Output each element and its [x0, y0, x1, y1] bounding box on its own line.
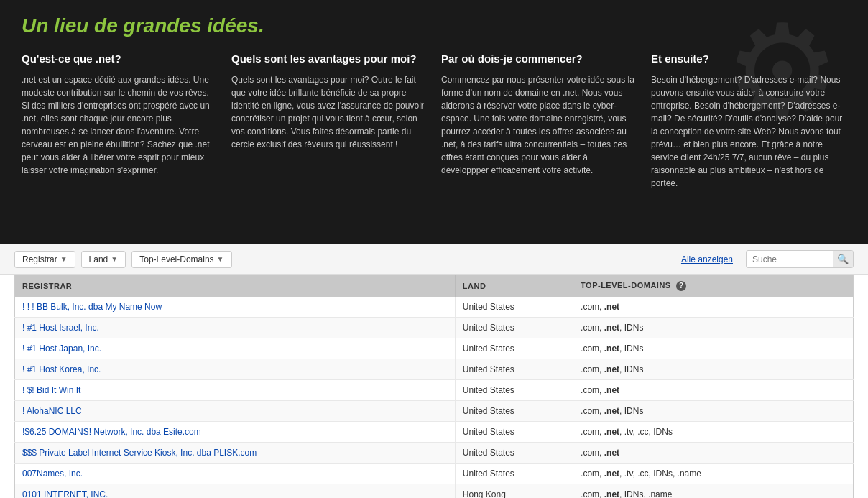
- cell-land: United States: [455, 338, 573, 359]
- cell-land: United States: [455, 464, 573, 484]
- hero-section: ⚙ Un lieu de grandes idées. Qu'est-ce qu…: [0, 0, 868, 244]
- search-input[interactable]: [747, 252, 833, 267]
- hero-col-2-text: Quels sont les avantages pour moi? Outre…: [231, 73, 427, 151]
- hero-col-4: Et ensuite? Besoin d'hébergement? D'adre…: [651, 52, 846, 190]
- registrar-link[interactable]: 007Names, Inc.: [22, 469, 83, 479]
- cell-registrar: !$6.25 DOMAINS! Network, Inc. dba Esite.…: [15, 422, 456, 443]
- table-row: ! #1 Host Israel, Inc.United States.com,…: [15, 318, 854, 338]
- registrar-link[interactable]: ! AlohaNIC LLC: [22, 406, 82, 416]
- tld-filter-button[interactable]: Top-Level-Domains ▼: [131, 251, 231, 268]
- hero-col-4-text: Besoin d'hébergement? D'adresses e-mail?…: [651, 73, 846, 190]
- hero-col-1-text: .net est un espace dédié aux grandes idé…: [22, 73, 217, 177]
- cell-tld: .com, .net: [573, 380, 854, 401]
- cell-tld: .com, .net, IDNs: [573, 359, 854, 380]
- registrar-link[interactable]: ! $! Bid It Win It: [22, 385, 80, 395]
- cell-land: United States: [455, 359, 573, 380]
- hero-col-2: Quels sont les avantages pour moi? Quels…: [231, 52, 427, 190]
- tld-filter-label: Top-Level-Domains: [139, 254, 213, 264]
- land-filter-label: Land: [89, 254, 108, 264]
- cell-registrar: ! #1 Host Korea, Inc.: [15, 359, 456, 380]
- cell-tld: .com, .net, IDNs: [573, 401, 854, 422]
- search-button[interactable]: 🔍: [833, 251, 853, 267]
- cell-tld: .com, .net: [573, 443, 854, 464]
- cell-land: United States: [455, 422, 573, 443]
- registrar-link[interactable]: !$6.25 DOMAINS! Network, Inc. dba Esite.…: [22, 427, 201, 437]
- cell-registrar: 007Names, Inc.: [15, 464, 456, 484]
- alle-anzeigen-link[interactable]: Alle anzeigen: [681, 254, 733, 264]
- cell-land: United States: [455, 401, 573, 422]
- cell-tld: .com, .net, .tv, .cc, IDNs: [573, 422, 854, 443]
- cell-tld: .com, .net: [573, 297, 854, 318]
- table-row: 0101 INTERNET, INC.Hong Kong.com, .net, …: [15, 484, 854, 498]
- filter-bar: Registrar ▼ Land ▼ Top-Level-Domains ▼ A…: [0, 244, 868, 275]
- cell-land: Hong Kong: [455, 484, 573, 498]
- registrar-link[interactable]: ! #1 Host Israel, Inc.: [22, 323, 99, 333]
- col-header-registrar: REGISTRAR: [15, 275, 456, 298]
- hero-col-2-heading: Quels sont les avantages pour moi?: [231, 52, 427, 66]
- hero-col-3-heading: Par où dois-je commencer?: [441, 52, 637, 66]
- search-box: 🔍: [746, 250, 854, 268]
- table-row: ! ! ! BB Bulk, Inc. dba My Name NowUnite…: [15, 297, 854, 318]
- col-header-land: LAND: [455, 275, 573, 298]
- hero-title: Un lieu de grandes idées.: [22, 14, 846, 37]
- table-row: 007Names, Inc.United States.com, .net, .…: [15, 464, 854, 484]
- cell-land: United States: [455, 443, 573, 464]
- cell-tld: .com, .net, .tv, .cc, IDNs, .name: [573, 464, 854, 484]
- hero-columns: Qu'est-ce que .net? .net est un espace d…: [22, 52, 846, 190]
- registrar-link[interactable]: ! #1 Host Korea, Inc.: [22, 364, 101, 374]
- land-filter-arrow-icon: ▼: [111, 255, 118, 263]
- registrar-filter-arrow-icon: ▼: [60, 255, 68, 263]
- col-header-tld: TOP-LEVEL-DOMAINS ?: [573, 275, 854, 298]
- land-filter-button[interactable]: Land ▼: [81, 251, 126, 268]
- hero-col-3-text: Commencez par nous présenter votre idée …: [441, 73, 637, 177]
- table-row: ! $! Bid It Win ItUnited States.com, .ne…: [15, 380, 854, 401]
- cell-registrar: ! AlohaNIC LLC: [15, 401, 456, 422]
- table-section: REGISTRAR LAND TOP-LEVEL-DOMAINS ? ! ! !…: [0, 275, 868, 498]
- registrar-link[interactable]: ! #1 Host Japan, Inc.: [22, 343, 101, 354]
- hero-col-3: Par où dois-je commencer? Commencez par …: [441, 52, 637, 190]
- registrar-table: REGISTRAR LAND TOP-LEVEL-DOMAINS ? ! ! !…: [14, 275, 854, 498]
- cell-registrar: ! #1 Host Japan, Inc.: [15, 338, 456, 359]
- table-row: ! #1 Host Korea, Inc.United States.com, …: [15, 359, 854, 380]
- cell-registrar: ! ! ! BB Bulk, Inc. dba My Name Now: [15, 297, 456, 318]
- cell-registrar: 0101 INTERNET, INC.: [15, 484, 456, 498]
- hero-col-4-heading: Et ensuite?: [651, 52, 846, 66]
- hero-col-1: Qu'est-ce que .net? .net est un espace d…: [22, 52, 217, 190]
- tld-filter-arrow-icon: ▼: [217, 255, 224, 263]
- tld-help-icon[interactable]: ?: [676, 281, 686, 291]
- registrar-link[interactable]: $$$ Private Label Internet Service Kiosk…: [22, 448, 257, 458]
- cell-land: United States: [455, 318, 573, 338]
- table-row: ! #1 Host Japan, Inc.United States.com, …: [15, 338, 854, 359]
- table-wrapper: REGISTRAR LAND TOP-LEVEL-DOMAINS ? ! ! !…: [14, 275, 854, 498]
- cell-tld: .com, .net, IDNs, .name: [573, 484, 854, 498]
- cell-registrar: $$$ Private Label Internet Service Kiosk…: [15, 443, 456, 464]
- cell-land: United States: [455, 380, 573, 401]
- table-row: ! AlohaNIC LLCUnited States.com, .net, I…: [15, 401, 854, 422]
- table-header-row: REGISTRAR LAND TOP-LEVEL-DOMAINS ?: [15, 275, 854, 298]
- cell-tld: .com, .net, IDNs: [573, 338, 854, 359]
- cell-registrar: ! #1 Host Israel, Inc.: [15, 318, 456, 338]
- registrar-filter-label: Registrar: [22, 254, 57, 264]
- registrar-filter-button[interactable]: Registrar ▼: [14, 251, 75, 268]
- cell-registrar: ! $! Bid It Win It: [15, 380, 456, 401]
- cell-tld: .com, .net, IDNs: [573, 318, 854, 338]
- table-row: !$6.25 DOMAINS! Network, Inc. dba Esite.…: [15, 422, 854, 443]
- hero-col-1-heading: Qu'est-ce que .net?: [22, 52, 217, 66]
- table-row: $$$ Private Label Internet Service Kiosk…: [15, 443, 854, 464]
- registrar-link[interactable]: ! ! ! BB Bulk, Inc. dba My Name Now: [22, 302, 162, 312]
- registrar-link[interactable]: 0101 INTERNET, INC.: [22, 489, 108, 498]
- cell-land: United States: [455, 297, 573, 318]
